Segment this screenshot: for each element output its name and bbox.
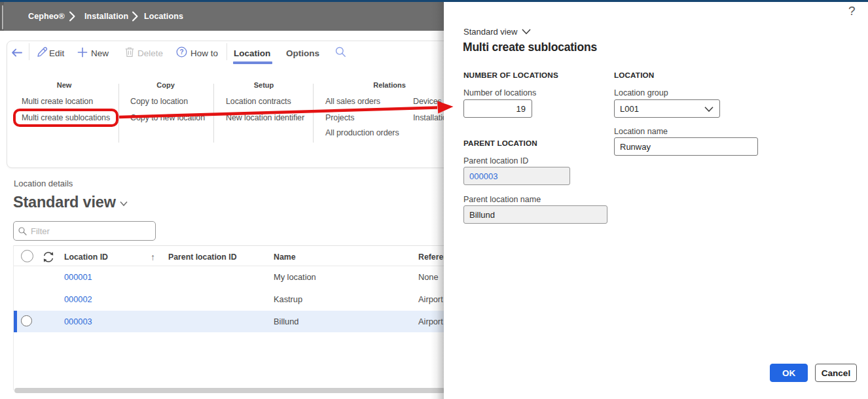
ok-button[interactable]: OK [770,364,808,382]
breadcrumb-app-name[interactable]: Cepheo® [28,2,65,31]
new-plus-icon [77,47,88,58]
section-header-parent-location: PARENT LOCATION [463,139,537,147]
view-title[interactable]: Standard view [13,194,116,211]
view-title-chevron-icon[interactable] [120,201,128,207]
svg-text:?: ? [179,48,183,56]
horizontal-scrollbar[interactable] [14,388,445,393]
edit-button-label[interactable]: Edit [49,48,64,58]
toolbar-divider [29,43,29,60]
name-cell: Billund [274,317,298,326]
tab-location-underline [233,61,272,64]
select-all-checkbox[interactable] [21,250,33,262]
row-radio-button[interactable] [21,315,32,326]
tab-options[interactable]: Options [286,48,319,58]
ribbon-group-title-new: New [22,81,107,89]
location-id-link[interactable]: 000002 [64,294,92,304]
howto-help-icon: ? [176,46,187,58]
app-window: Cepheo® Installation Locations Edit New … [0,0,868,399]
column-header-name[interactable]: Name [274,252,296,262]
ribbon-group-divider [313,84,314,143]
name-cell: Kastrup [274,294,302,304]
ribbon-group-title-relations: Relations [347,81,432,89]
parent-location-id-input[interactable] [463,167,570,185]
section-header-number-of-locations: NUMBER OF LOCATIONS [463,71,558,79]
refresh-icon[interactable] [42,251,55,264]
ribbon-group-title-copy: Copy [123,81,208,89]
location-id-link[interactable]: 000003 [64,317,92,326]
breadcrumb-locations[interactable]: Locations [144,2,183,31]
search-icon[interactable] [335,46,346,58]
left-scrollbar-thumb[interactable] [2,5,3,29]
toolbar-divider [226,43,227,60]
name-cell: My location [274,272,316,282]
number-of-locations-input[interactable] [463,99,532,118]
menu-item-new-location-identifier[interactable]: New location identifier [226,113,304,122]
parent-location-id-label: Parent location ID [463,156,528,165]
filter-input[interactable] [31,222,152,239]
filter-search-icon [18,227,27,235]
location-id-link[interactable]: 000001 [64,272,92,282]
filter-field[interactable] [13,221,156,241]
breadcrumb-installation[interactable]: Installation [84,2,128,31]
column-header-location-id[interactable]: Location ID [64,252,108,262]
location-name-input[interactable] [614,137,758,156]
location-name-label: Location name [614,127,668,136]
ribbon-group-divider [213,84,214,143]
number-of-locations-label: Number of locations [463,88,536,97]
menu-item-multi-create-location[interactable]: Multi create location [22,97,93,106]
annotation-highlight-rectangle [13,109,118,127]
menu-item-projects[interactable]: Projects [325,113,354,122]
delete-trash-icon [124,46,135,58]
menu-item-copy-to-location[interactable]: Copy to location [130,97,188,106]
menu-item-location-contracts[interactable]: Location contracts [226,97,291,106]
edit-pencil-icon [37,46,48,58]
breadcrumb-chevron-icon [132,11,138,22]
location-group-combobox[interactable]: L001 [614,99,720,118]
help-icon[interactable]: ? [848,4,856,18]
column-header-parent-location-id[interactable]: Parent location ID [168,252,237,262]
parent-location-name-input[interactable] [463,205,607,224]
tab-location[interactable]: Location [234,48,270,58]
new-button-label[interactable]: New [91,48,109,58]
parent-location-name-label: Parent location name [463,195,541,204]
menu-item-all-sales-orders[interactable]: All sales orders [325,97,380,106]
ribbon-group-divider [118,84,119,143]
panel-shadow [431,0,444,399]
location-group-value: L001 [620,104,639,114]
dialog-title: Multi create sublocations [463,41,597,54]
window-top-accent-line [0,0,868,2]
page-caption: Location details [14,179,73,188]
menu-item-copy-to-new-location[interactable]: Copy to new location [130,113,205,122]
menu-item-all-production-orders[interactable]: All production orders [325,128,399,137]
panel-view-selector[interactable]: Standard view [463,27,517,37]
location-group-label: Location group [614,88,668,97]
breadcrumb-chevron-icon [69,11,75,22]
ribbon-group-title-setup: Setup [221,81,306,89]
delete-button-label[interactable]: Delete [137,48,163,58]
selected-row-accent-bar [14,311,17,333]
howto-button-label[interactable]: How to [190,48,218,58]
cancel-button[interactable]: Cancel [815,364,857,382]
left-nav-sliver [0,2,4,31]
combobox-chevron-icon[interactable] [704,107,714,112]
panel-view-chevron-icon[interactable] [522,29,531,35]
section-header-location: LOCATION [614,71,654,79]
sort-ascending-icon[interactable]: ↑ [151,252,155,262]
back-arrow-button[interactable] [11,48,22,58]
